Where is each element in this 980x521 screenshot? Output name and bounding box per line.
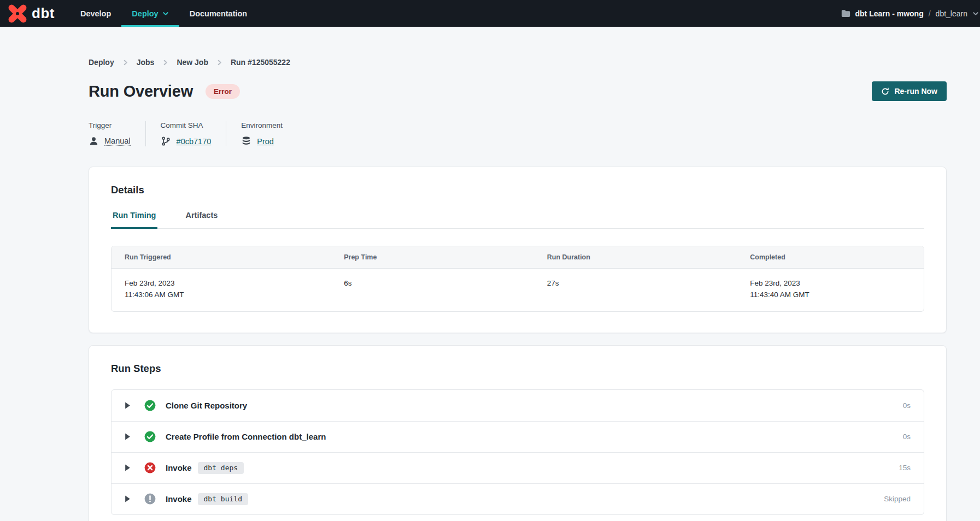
cell-prep-time: 6s [331,269,534,311]
chevron-down-icon [162,10,169,17]
step-duration: 0s [903,401,911,410]
breadcrumb-deploy[interactable]: Deploy [89,58,114,67]
account-project-switcher[interactable]: dbt Learn - mwong / dbt_learn [841,0,980,27]
user-icon [89,136,99,146]
breadcrumb-run-number: Run #125055222 [231,58,290,67]
nav-item-label: Develop [80,9,111,18]
account-separator: / [929,9,931,18]
breadcrumb-new-job[interactable]: New Job [177,58,208,67]
play-triangle-icon[interactable] [125,402,131,409]
meta-environment: Environment Prod [226,121,297,146]
details-heading: Details [111,184,924,196]
cell-run-triggered: Feb 23rd, 2023 11:43:06 AM GMT [112,269,331,311]
run-steps-heading: Run Steps [111,363,924,375]
col-run-duration: Run Duration [534,246,737,268]
chevron-down-icon [972,10,979,17]
git-branch-icon [161,136,171,146]
cell-completed: Feb 23rd, 2023 11:43:40 AM GMT [737,269,924,311]
step-duration: 0s [903,433,911,441]
step-invoke-dbt-deps[interactable]: Invoke dbt deps 15s [112,452,924,483]
commit-sha-link[interactable]: #0cb7170 [177,137,212,146]
check-circle-icon [144,431,156,442]
meta-trigger-label: Trigger [89,121,131,129]
meta-commit-sha: Commit SHA #0cb7170 [145,121,226,146]
x-circle-icon [144,462,156,473]
rerun-now-button[interactable]: Re-run Now [872,81,947,101]
run-steps-list: Clone Git Repository 0s Create Profile f… [111,389,924,515]
table-row: Feb 23rd, 2023 11:43:06 AM GMT 6s 27s Fe… [112,269,924,311]
page-title: Run Overview [89,82,193,100]
step-duration: Skipped [884,495,911,503]
nav-item-label: Documentation [190,9,248,18]
completed-time: 11:43:40 AM GMT [750,289,911,301]
run-steps-card: Run Steps Clone Git Repository 0s Create… [89,345,947,521]
chevron-right-icon [122,60,128,66]
database-icon [241,136,251,146]
check-circle-icon [144,400,156,411]
details-card: Details Run Timing Artifacts Run Trigger… [89,167,947,333]
step-label: Invoke [166,463,192,472]
step-label: Create Profile from Connection dbt_learn [166,432,326,441]
command-chip: dbt deps [198,462,244,474]
run-triggered-time: 11:43:06 AM GMT [125,289,318,301]
col-run-triggered: Run Triggered [112,246,331,268]
meta-trigger: Trigger Manual [89,121,145,146]
title-row: Run Overview Error Re-run Now [89,81,947,101]
step-label: Invoke [166,494,192,504]
step-invoke-dbt-build[interactable]: Invoke dbt build Skipped [112,483,924,514]
nav-item-deploy[interactable]: Deploy [121,0,179,27]
step-duration: 15s [899,464,911,472]
refresh-icon [881,87,889,96]
meta-commit-label: Commit SHA [161,121,212,129]
chevron-right-icon [162,60,168,66]
col-completed: Completed [737,246,924,268]
run-overview-page: Deploy Jobs New Job Run #125055222 Run O… [0,27,980,521]
run-meta: Trigger Manual Commit SHA #0cb7170 [89,121,947,146]
step-label: Clone Git Repository [166,401,247,410]
environment-link[interactable]: Prod [257,137,274,146]
play-triangle-icon[interactable] [125,464,131,471]
top-navigation: dbt Develop Deploy Documentation dbt Lea… [0,0,980,27]
tab-run-timing[interactable]: Run Timing [111,211,157,229]
meta-environment-label: Environment [241,121,283,129]
run-triggered-date: Feb 23rd, 2023 [125,278,318,289]
brand-name: dbt [32,5,55,22]
completed-date: Feb 23rd, 2023 [750,278,911,289]
breadcrumb-jobs[interactable]: Jobs [137,58,155,67]
trigger-value: Manual [104,137,131,146]
exclamation-circle-icon [144,493,156,505]
rerun-now-label: Re-run Now [894,87,937,96]
cell-run-duration: 27s [534,269,737,311]
dbt-logo[interactable]: dbt [8,0,70,27]
details-tabs: Run Timing Artifacts [111,211,924,229]
tab-artifacts[interactable]: Artifacts [184,211,219,229]
chevron-right-icon [216,60,222,66]
play-triangle-icon[interactable] [125,433,131,440]
nav-item-documentation[interactable]: Documentation [179,0,258,27]
status-badge: Error [206,84,240,99]
dbt-pinwheel-icon [8,4,27,23]
account-project-name: dbt Learn - mwong [855,9,924,18]
account-environment-name: dbt_learn [936,9,967,18]
table-header-row: Run Triggered Prep Time Run Duration Com… [112,246,924,269]
nav-item-develop[interactable]: Develop [70,0,121,27]
run-timing-table: Run Triggered Prep Time Run Duration Com… [111,246,924,312]
breadcrumb: Deploy Jobs New Job Run #125055222 [89,58,947,67]
folder-icon [841,9,850,17]
command-chip: dbt build [198,493,248,505]
step-create-profile[interactable]: Create Profile from Connection dbt_learn… [112,421,924,452]
col-prep-time: Prep Time [331,246,534,268]
play-triangle-icon[interactable] [125,495,131,502]
step-clone-git-repository[interactable]: Clone Git Repository 0s [112,390,924,421]
nav-item-label: Deploy [132,9,158,18]
primary-nav: Develop Deploy Documentation [70,0,257,27]
